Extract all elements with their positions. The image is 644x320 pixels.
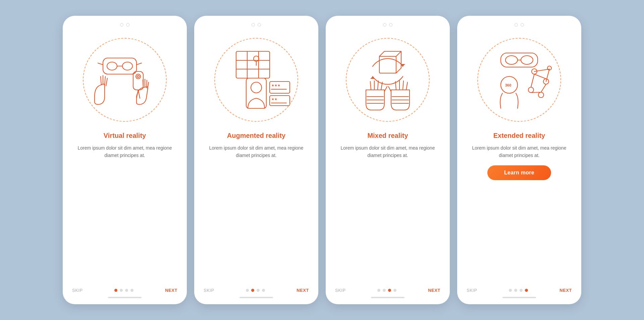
card-footer-mr: SKIP NEXT [335, 285, 440, 293]
dot-4 [262, 289, 265, 292]
pagination-dots-ar [246, 289, 265, 292]
status-dot [521, 23, 524, 26]
dot-2 [251, 289, 254, 292]
card-virtual-reality: Virtual reality Lorem ipsum dolor sit di… [63, 16, 187, 304]
card-body-ar: Lorem ipsum dolor sit dim amet, mea regi… [204, 144, 309, 159]
dot-1 [114, 289, 117, 292]
next-button-xr[interactable]: NEXT [559, 288, 572, 293]
dot-2 [514, 289, 517, 292]
card-augmented-reality: ★★★ ★★ Augmented reality Lorem ipsum dol… [194, 16, 318, 304]
pagination-dots-vr [114, 289, 133, 292]
status-dot [383, 23, 386, 26]
dot-3 [520, 289, 523, 292]
card-title-vr: Virtual reality [104, 132, 146, 140]
bottom-bar [108, 297, 142, 298]
bottom-bar [239, 297, 273, 298]
card-title-mr: Mixed reality [367, 132, 408, 140]
status-dot [389, 23, 392, 26]
card-mixed-reality: Mixed reality Lorem ipsum dolor sit dim … [326, 16, 450, 304]
skip-button-xr[interactable]: SKIP [467, 288, 477, 293]
dot-4 [393, 289, 396, 292]
dot-3 [125, 289, 128, 292]
dot-1 [509, 289, 512, 292]
status-dot [252, 23, 255, 26]
card-footer-xr: SKIP NEXT [467, 285, 572, 293]
illustration-ar: ★★★ ★★ [209, 31, 303, 128]
next-button-mr[interactable]: NEXT [428, 288, 440, 293]
status-dot [515, 23, 518, 26]
phone-top-bar-4 [515, 23, 524, 26]
dot-1 [246, 289, 249, 292]
status-dot [258, 23, 261, 26]
next-button-ar[interactable]: NEXT [297, 288, 309, 293]
learn-more-button[interactable]: Learn more [487, 165, 551, 180]
pagination-dots-xr [509, 289, 528, 292]
dot-2 [383, 289, 386, 292]
status-dot [126, 23, 129, 26]
card-body-xr: Lorem ipsum dolor sit dim amet, mea regi… [467, 144, 572, 159]
phone-top-bar-2 [252, 23, 261, 26]
dashed-circle [346, 38, 430, 122]
skip-button-mr[interactable]: SKIP [335, 288, 346, 293]
illustration-mr [341, 31, 435, 128]
illustration-xr: 360 [472, 31, 566, 128]
dot-1 [377, 289, 380, 292]
card-body-vr: Lorem ipsum dolor sit dim amet, mea regi… [72, 144, 177, 159]
illustration-vr [78, 31, 172, 128]
card-body-mr: Lorem ipsum dolor sit dim amet, mea regi… [335, 144, 440, 159]
card-extended-reality: 360 Extended reality Lorem ipsum dolor s… [457, 16, 581, 304]
bottom-bar [371, 297, 405, 298]
card-title-ar: Augmented reality [227, 132, 285, 140]
skip-button-vr[interactable]: SKIP [72, 288, 83, 293]
dot-4 [130, 289, 133, 292]
card-footer-vr: SKIP NEXT [72, 285, 177, 293]
dashed-circle [214, 38, 298, 122]
next-button-vr[interactable]: NEXT [165, 288, 177, 293]
skip-button-ar[interactable]: SKIP [204, 288, 214, 293]
dashed-circle [83, 38, 167, 122]
dot-3 [388, 289, 391, 292]
phone-top-bar-3 [383, 23, 392, 26]
cards-container: Virtual reality Lorem ipsum dolor sit di… [63, 16, 581, 304]
card-title-xr: Extended reality [493, 132, 545, 140]
dot-4 [525, 289, 528, 292]
card-footer-ar: SKIP NEXT [204, 285, 309, 293]
bottom-bar [502, 297, 536, 298]
dot-3 [257, 289, 260, 292]
phone-top-bar-1 [120, 23, 129, 26]
status-dot [120, 23, 123, 26]
pagination-dots-mr [377, 289, 396, 292]
dashed-circle [477, 38, 561, 122]
dot-2 [120, 289, 123, 292]
